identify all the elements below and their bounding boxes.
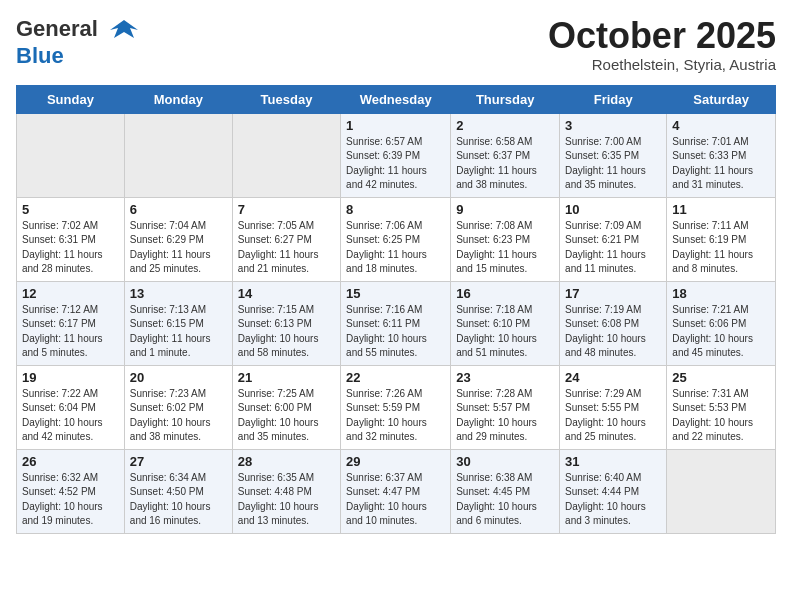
day-info: Sunrise: 6:32 AM Sunset: 4:52 PM Dayligh… [22,471,119,529]
day-info: Sunrise: 6:57 AM Sunset: 6:39 PM Dayligh… [346,135,445,193]
day-number: 27 [130,454,227,469]
day-number: 1 [346,118,445,133]
page-header: General Blue October 2025 Roethelstein, … [16,16,776,73]
day-number: 29 [346,454,445,469]
calendar-day-cell: 1Sunrise: 6:57 AM Sunset: 6:39 PM Daylig… [341,113,451,197]
calendar-day-cell: 10Sunrise: 7:09 AM Sunset: 6:21 PM Dayli… [560,197,667,281]
day-number: 9 [456,202,554,217]
logo: General Blue [16,16,138,68]
calendar-day-cell [124,113,232,197]
weekday-header: Monday [124,85,232,113]
location: Roethelstein, Styria, Austria [548,56,776,73]
day-info: Sunrise: 7:12 AM Sunset: 6:17 PM Dayligh… [22,303,119,361]
day-info: Sunrise: 7:00 AM Sunset: 6:35 PM Dayligh… [565,135,661,193]
calendar-week-row: 1Sunrise: 6:57 AM Sunset: 6:39 PM Daylig… [17,113,776,197]
day-info: Sunrise: 7:02 AM Sunset: 6:31 PM Dayligh… [22,219,119,277]
day-info: Sunrise: 7:04 AM Sunset: 6:29 PM Dayligh… [130,219,227,277]
day-number: 2 [456,118,554,133]
calendar-day-cell: 19Sunrise: 7:22 AM Sunset: 6:04 PM Dayli… [17,365,125,449]
calendar-day-cell: 2Sunrise: 6:58 AM Sunset: 6:37 PM Daylig… [451,113,560,197]
day-info: Sunrise: 7:28 AM Sunset: 5:57 PM Dayligh… [456,387,554,445]
day-number: 22 [346,370,445,385]
day-info: Sunrise: 7:18 AM Sunset: 6:10 PM Dayligh… [456,303,554,361]
day-info: Sunrise: 7:06 AM Sunset: 6:25 PM Dayligh… [346,219,445,277]
calendar-week-row: 26Sunrise: 6:32 AM Sunset: 4:52 PM Dayli… [17,449,776,533]
day-info: Sunrise: 7:21 AM Sunset: 6:06 PM Dayligh… [672,303,770,361]
day-info: Sunrise: 6:38 AM Sunset: 4:45 PM Dayligh… [456,471,554,529]
title-block: October 2025 Roethelstein, Styria, Austr… [548,16,776,73]
calendar-day-cell: 7Sunrise: 7:05 AM Sunset: 6:27 PM Daylig… [232,197,340,281]
calendar-week-row: 5Sunrise: 7:02 AM Sunset: 6:31 PM Daylig… [17,197,776,281]
day-number: 26 [22,454,119,469]
day-info: Sunrise: 6:58 AM Sunset: 6:37 PM Dayligh… [456,135,554,193]
calendar-day-cell [232,113,340,197]
day-number: 28 [238,454,335,469]
calendar-table: SundayMondayTuesdayWednesdayThursdayFrid… [16,85,776,534]
calendar-day-cell: 27Sunrise: 6:34 AM Sunset: 4:50 PM Dayli… [124,449,232,533]
svg-marker-0 [110,20,138,38]
weekday-header-row: SundayMondayTuesdayWednesdayThursdayFrid… [17,85,776,113]
weekday-header: Friday [560,85,667,113]
calendar-day-cell: 12Sunrise: 7:12 AM Sunset: 6:17 PM Dayli… [17,281,125,365]
day-info: Sunrise: 7:08 AM Sunset: 6:23 PM Dayligh… [456,219,554,277]
day-number: 15 [346,286,445,301]
day-info: Sunrise: 7:29 AM Sunset: 5:55 PM Dayligh… [565,387,661,445]
day-info: Sunrise: 7:22 AM Sunset: 6:04 PM Dayligh… [22,387,119,445]
calendar-day-cell: 15Sunrise: 7:16 AM Sunset: 6:11 PM Dayli… [341,281,451,365]
weekday-header: Sunday [17,85,125,113]
day-info: Sunrise: 7:05 AM Sunset: 6:27 PM Dayligh… [238,219,335,277]
calendar-day-cell: 25Sunrise: 7:31 AM Sunset: 5:53 PM Dayli… [667,365,776,449]
logo-blue: Blue [16,43,64,68]
calendar-day-cell [17,113,125,197]
day-info: Sunrise: 7:25 AM Sunset: 6:00 PM Dayligh… [238,387,335,445]
day-number: 12 [22,286,119,301]
day-number: 24 [565,370,661,385]
day-number: 3 [565,118,661,133]
calendar-day-cell: 4Sunrise: 7:01 AM Sunset: 6:33 PM Daylig… [667,113,776,197]
calendar-day-cell: 8Sunrise: 7:06 AM Sunset: 6:25 PM Daylig… [341,197,451,281]
day-number: 7 [238,202,335,217]
calendar-day-cell: 30Sunrise: 6:38 AM Sunset: 4:45 PM Dayli… [451,449,560,533]
calendar-day-cell: 13Sunrise: 7:13 AM Sunset: 6:15 PM Dayli… [124,281,232,365]
calendar-day-cell: 29Sunrise: 6:37 AM Sunset: 4:47 PM Dayli… [341,449,451,533]
calendar-day-cell: 6Sunrise: 7:04 AM Sunset: 6:29 PM Daylig… [124,197,232,281]
calendar-day-cell [667,449,776,533]
day-number: 21 [238,370,335,385]
day-number: 19 [22,370,119,385]
calendar-day-cell: 3Sunrise: 7:00 AM Sunset: 6:35 PM Daylig… [560,113,667,197]
day-info: Sunrise: 6:40 AM Sunset: 4:44 PM Dayligh… [565,471,661,529]
calendar-day-cell: 31Sunrise: 6:40 AM Sunset: 4:44 PM Dayli… [560,449,667,533]
day-info: Sunrise: 6:34 AM Sunset: 4:50 PM Dayligh… [130,471,227,529]
day-number: 8 [346,202,445,217]
calendar-day-cell: 21Sunrise: 7:25 AM Sunset: 6:00 PM Dayli… [232,365,340,449]
day-info: Sunrise: 7:11 AM Sunset: 6:19 PM Dayligh… [672,219,770,277]
day-info: Sunrise: 7:15 AM Sunset: 6:13 PM Dayligh… [238,303,335,361]
weekday-header: Wednesday [341,85,451,113]
calendar-week-row: 19Sunrise: 7:22 AM Sunset: 6:04 PM Dayli… [17,365,776,449]
day-number: 4 [672,118,770,133]
day-info: Sunrise: 6:37 AM Sunset: 4:47 PM Dayligh… [346,471,445,529]
calendar-day-cell: 24Sunrise: 7:29 AM Sunset: 5:55 PM Dayli… [560,365,667,449]
calendar-day-cell: 22Sunrise: 7:26 AM Sunset: 5:59 PM Dayli… [341,365,451,449]
calendar-day-cell: 20Sunrise: 7:23 AM Sunset: 6:02 PM Dayli… [124,365,232,449]
day-number: 25 [672,370,770,385]
weekday-header: Thursday [451,85,560,113]
day-number: 6 [130,202,227,217]
day-info: Sunrise: 7:01 AM Sunset: 6:33 PM Dayligh… [672,135,770,193]
calendar-day-cell: 14Sunrise: 7:15 AM Sunset: 6:13 PM Dayli… [232,281,340,365]
day-info: Sunrise: 6:35 AM Sunset: 4:48 PM Dayligh… [238,471,335,529]
day-info: Sunrise: 7:31 AM Sunset: 5:53 PM Dayligh… [672,387,770,445]
day-number: 5 [22,202,119,217]
calendar-day-cell: 9Sunrise: 7:08 AM Sunset: 6:23 PM Daylig… [451,197,560,281]
month-title: October 2025 [548,16,776,56]
logo-bird-icon [110,16,138,44]
calendar-day-cell: 17Sunrise: 7:19 AM Sunset: 6:08 PM Dayli… [560,281,667,365]
weekday-header: Saturday [667,85,776,113]
day-number: 18 [672,286,770,301]
day-info: Sunrise: 7:09 AM Sunset: 6:21 PM Dayligh… [565,219,661,277]
weekday-header: Tuesday [232,85,340,113]
day-number: 10 [565,202,661,217]
day-number: 20 [130,370,227,385]
day-number: 23 [456,370,554,385]
calendar-day-cell: 28Sunrise: 6:35 AM Sunset: 4:48 PM Dayli… [232,449,340,533]
